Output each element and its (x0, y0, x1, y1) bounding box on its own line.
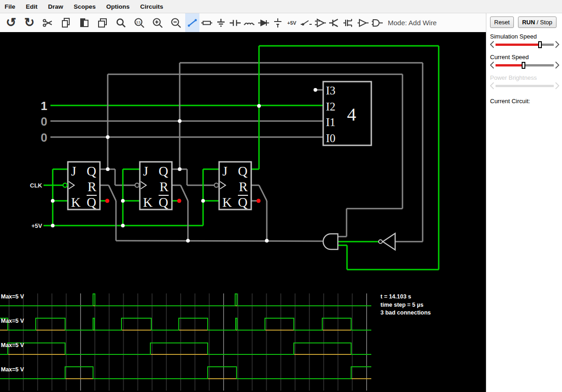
junction-dot (257, 104, 261, 108)
circuit-label-Q: Q (159, 164, 168, 178)
tool-and-gate[interactable] (370, 13, 384, 32)
junction-dot (178, 167, 182, 171)
menu-options[interactable]: Options (106, 3, 130, 10)
tool-cut[interactable] (39, 13, 57, 32)
menu-draw[interactable]: Draw (48, 3, 63, 10)
tool-ground[interactable] (214, 13, 228, 32)
tool-zoom-in[interactable] (149, 13, 167, 32)
falstad-circuit-simulator: FileEditDrawScopesOptionsCircuits ↺↻1:1 … (0, 0, 562, 392)
tool-transistor[interactable] (327, 13, 342, 32)
slider-track[interactable] (496, 64, 554, 66)
clock-post-ring (215, 183, 219, 188)
wire[interactable] (109, 185, 116, 201)
run-stop-button[interactable]: RUN / Stop (518, 17, 556, 28)
tool-find[interactable] (112, 13, 130, 32)
slider-right-arrow[interactable] (555, 82, 559, 89)
tool-switch[interactable] (299, 13, 313, 32)
tool-zoom-100[interactable]: 1:1 (130, 13, 149, 32)
slider-1[interactable] (490, 61, 559, 69)
bad-connection-dot (177, 199, 182, 203)
scope-trace-1 (0, 318, 371, 330)
current-circuit-label: Current Circuit: (490, 98, 559, 105)
circuit-label-CLK: CLK (30, 182, 42, 189)
junction-dot (121, 224, 125, 227)
tool-paste[interactable] (75, 13, 94, 32)
menu-file[interactable]: File (5, 3, 15, 10)
circuit-label-I1: I1 (326, 116, 336, 128)
slider-handle[interactable] (522, 62, 525, 69)
slider-left-arrow[interactable] (490, 41, 494, 48)
slider-right-arrow[interactable] (555, 41, 559, 48)
scope-status-line: 3 bad connections (380, 309, 431, 316)
junction-dot (314, 88, 317, 92)
scope-row-label: Max=5 V (1, 318, 24, 324)
junction-dot (201, 199, 205, 203)
circuit-label-+5V: +5V (32, 222, 43, 229)
tool-voltage-source[interactable] (270, 13, 285, 32)
slider-track[interactable] (496, 85, 554, 87)
tool-plus-5v[interactable]: +5V (285, 13, 299, 32)
circuit-label-1: 1 (41, 99, 47, 113)
slider-0[interactable] (490, 40, 559, 49)
slider-left-arrow[interactable] (490, 61, 494, 69)
circuit-label-K: K (71, 195, 81, 210)
wire[interactable] (259, 185, 267, 201)
clock-post-ring (135, 183, 139, 188)
tool-undo[interactable]: ↺ (2, 13, 20, 32)
scope-trace-2 (0, 343, 371, 354)
reset-button[interactable]: Reset (490, 17, 514, 28)
menu-bar: FileEditDrawScopesOptionsCircuits (0, 0, 562, 13)
scope-row-label: Max=5 V (1, 366, 24, 373)
circuit-label-0: 0 (41, 131, 47, 144)
menu-edit[interactable]: Edit (26, 3, 38, 10)
junction-dot (265, 239, 269, 243)
tool-duplicate[interactable] (94, 13, 112, 32)
junction-dot (121, 199, 125, 203)
tool-buffer[interactable] (356, 13, 370, 32)
bad-connection-dot (105, 199, 110, 203)
junction-dot (106, 167, 110, 171)
circuit-label-J: J (143, 164, 148, 178)
circuit-label-Q: Q (87, 195, 96, 210)
junction-dot (51, 199, 55, 203)
tool-resistor[interactable] (199, 13, 214, 32)
wire[interactable] (116, 241, 324, 241)
circuit-label-J: J (222, 164, 227, 178)
tool-op-amp[interactable] (313, 13, 327, 32)
slider-left-arrow[interactable] (490, 82, 494, 89)
slider-handle[interactable] (538, 41, 542, 48)
tool-inductor[interactable] (242, 13, 256, 32)
tool-redo[interactable]: ↻ (20, 13, 39, 32)
toolbar: ↺↻1:1 +5V Mode: Add Wire (0, 13, 486, 32)
tool-capacitor[interactable] (228, 13, 242, 32)
svg-text:1:1: 1:1 (136, 20, 141, 23)
menu-circuits[interactable]: Circuits (140, 3, 163, 10)
circuit-label-K: K (143, 195, 153, 210)
inverter[interactable] (383, 233, 395, 250)
tool-wire[interactable] (185, 13, 199, 32)
circuit-label-J: J (71, 164, 76, 178)
tool-diode[interactable] (256, 13, 270, 32)
slider-track[interactable] (496, 44, 554, 46)
scope-panel[interactable]: Max=5 VMax=5 VMax=5 VMax=5 Vt = 14.103 s… (0, 293, 486, 392)
slider-label-1: Current Speed (490, 54, 559, 61)
tool-mosfet[interactable] (342, 13, 356, 32)
slider-label-0: Simulation Speed (490, 33, 559, 40)
junction-dot (178, 119, 182, 123)
scope-row-label: Max=5 V (1, 342, 24, 348)
circuit-label-R: R (239, 179, 248, 194)
and-gate[interactable] (323, 234, 338, 249)
slider-2[interactable] (490, 82, 559, 90)
slider-right-arrow[interactable] (555, 61, 559, 69)
wire[interactable] (181, 185, 188, 201)
clock-triangle (69, 182, 74, 189)
tool-copy[interactable] (57, 13, 75, 32)
tool-zoom-out[interactable] (167, 13, 185, 32)
clock-post-ring (63, 183, 67, 188)
clock-triangle (141, 182, 146, 189)
bad-connection-dot (257, 199, 261, 203)
circuit-label-0: 0 (41, 115, 47, 128)
circuit-label-I0: I0 (326, 132, 336, 144)
circuit-canvas[interactable]: JQRKQJQRKQJQRKQI3I2I1I04100CLK+5V (0, 32, 486, 293)
menu-scopes[interactable]: Scopes (74, 3, 96, 10)
